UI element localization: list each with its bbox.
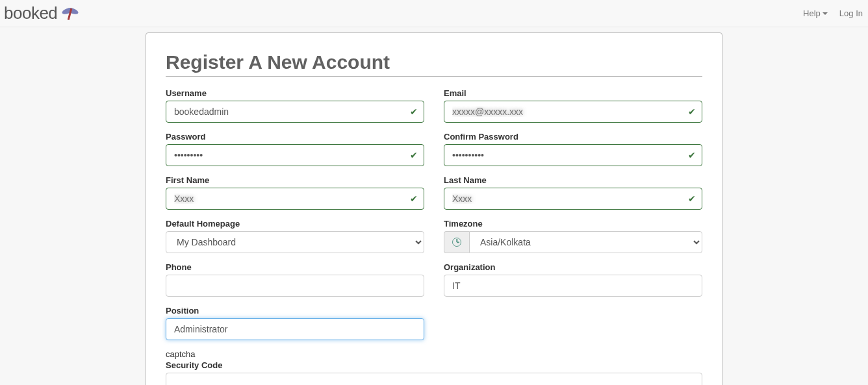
security-code-input[interactable] — [166, 373, 702, 385]
help-menu-label: Help — [803, 8, 821, 18]
caret-down-icon — [823, 12, 828, 15]
timezone-select[interactable]: Asia/Kolkata — [469, 231, 702, 253]
position-label: Position — [166, 306, 424, 316]
help-menu[interactable]: Help — [803, 8, 828, 18]
timezone-detect-button[interactable] — [444, 231, 469, 253]
homepage-label: Default Homepage — [166, 219, 424, 229]
organization-label: Organization — [444, 262, 702, 272]
last-name-label: Last Name — [444, 175, 702, 185]
navbar: booked Help Log In — [0, 0, 868, 27]
dragonfly-icon — [60, 5, 81, 23]
brand[interactable]: booked — [4, 3, 81, 23]
confirm-password-input[interactable] — [444, 144, 702, 166]
confirm-password-label: Confirm Password — [444, 132, 702, 142]
organization-input[interactable] — [444, 275, 702, 297]
homepage-select[interactable]: My Dashboard — [166, 231, 424, 253]
nav-right: Help Log In — [803, 8, 863, 18]
first-name-input[interactable] — [166, 188, 424, 210]
phone-input[interactable] — [166, 275, 424, 297]
position-input[interactable] — [166, 318, 424, 340]
last-name-input[interactable] — [444, 188, 702, 210]
brand-text: booked — [4, 3, 57, 23]
username-input[interactable] — [166, 101, 424, 123]
timezone-label: Timezone — [444, 219, 702, 229]
phone-label: Phone — [166, 262, 424, 272]
clock-icon — [452, 238, 461, 247]
register-form-container: Register A New Account Username ✔ Email … — [146, 32, 722, 385]
email-label: Email — [444, 88, 702, 98]
captcha-placeholder: captcha — [166, 349, 702, 359]
page-title: Register A New Account — [166, 51, 702, 77]
password-input[interactable] — [166, 144, 424, 166]
first-name-label: First Name — [166, 175, 424, 185]
security-code-label: Security Code — [166, 360, 702, 370]
password-label: Password — [166, 132, 424, 142]
login-link-label: Log In — [839, 8, 863, 18]
username-label: Username — [166, 88, 424, 98]
svg-point-1 — [66, 6, 79, 16]
email-input[interactable] — [444, 101, 702, 123]
login-link[interactable]: Log In — [839, 8, 863, 18]
